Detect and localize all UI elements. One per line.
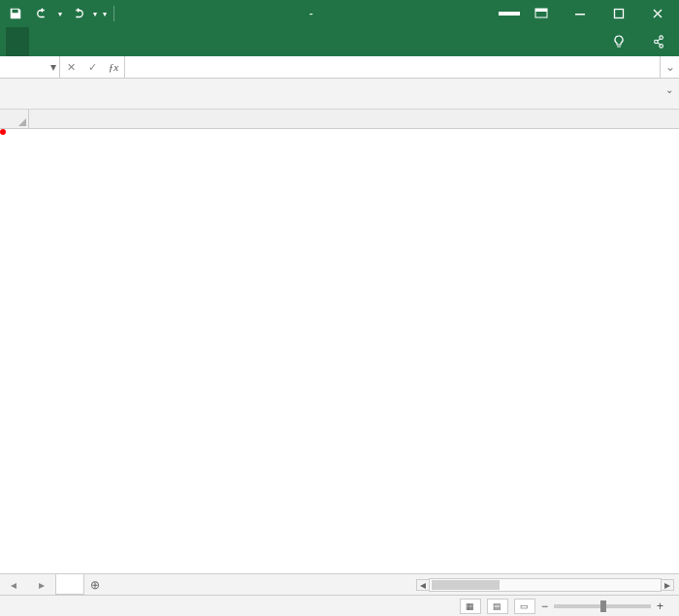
- quick-access-toolbar: ▾ ▾ ▾: [4, 3, 117, 24]
- zoom-in-icon[interactable]: +: [657, 600, 663, 613]
- save-icon[interactable]: [4, 3, 27, 24]
- close-icon[interactable]: [640, 3, 675, 24]
- tab-help[interactable]: [196, 27, 219, 56]
- redo-dropdown-icon[interactable]: ▾: [93, 10, 97, 18]
- cancel-formula-icon[interactable]: ✕: [60, 61, 81, 74]
- tab-formulas[interactable]: [103, 27, 126, 56]
- scroll-right-icon[interactable]: ▸: [661, 579, 674, 591]
- sheet-tab-active[interactable]: [55, 574, 84, 595]
- zoom-slider[interactable]: [554, 604, 651, 608]
- svg-rect-1: [535, 9, 547, 12]
- tab-home[interactable]: [33, 27, 56, 56]
- lightbulb-icon: [611, 34, 627, 49]
- ribbon-body-collapsed: ⌄: [0, 79, 679, 110]
- highlight-annotation: [0, 129, 6, 135]
- sheet-nav[interactable]: ◂ ▸: [0, 574, 56, 595]
- scroll-left-icon[interactable]: ◂: [416, 579, 430, 591]
- select-all-button[interactable]: [0, 110, 29, 128]
- maximize-icon[interactable]: [601, 3, 636, 24]
- minimize-icon[interactable]: [563, 3, 598, 24]
- status-bar: ▦ ▤ ▭ − +: [0, 595, 679, 616]
- scroll-thumb[interactable]: [432, 580, 500, 590]
- tab-insert[interactable]: [56, 27, 80, 56]
- page-layout-view-icon[interactable]: ▤: [487, 599, 508, 614]
- spreadsheet-grid[interactable]: [0, 110, 679, 573]
- horizontal-scrollbar[interactable]: ◂ ▸: [429, 578, 662, 592]
- sheet-next-icon[interactable]: ▸: [39, 578, 45, 592]
- tab-page-layout[interactable]: [80, 27, 103, 56]
- sheet-tab-bar: ◂ ▸ ⊕ ◂ ▸: [0, 573, 679, 595]
- name-box-dropdown-icon[interactable]: ▾: [47, 60, 59, 74]
- undo-dropdown-icon[interactable]: ▾: [58, 10, 62, 18]
- ribbon-display-options-icon[interactable]: [524, 3, 559, 24]
- enter-formula-icon[interactable]: ✓: [81, 61, 103, 74]
- name-box[interactable]: [0, 61, 47, 73]
- ribbon-tabs: [0, 27, 679, 56]
- window-title: -: [117, 7, 499, 20]
- tell-me-search[interactable]: [611, 34, 632, 49]
- sign-in-button[interactable]: [499, 12, 520, 16]
- zoom-out-icon[interactable]: −: [541, 600, 548, 613]
- normal-view-icon[interactable]: ▦: [460, 599, 481, 614]
- formula-bar: ▾ ✕ ✓ ƒx ⌄: [0, 56, 679, 79]
- collapse-ribbon-icon[interactable]: ⌄: [665, 84, 673, 95]
- svg-rect-2: [575, 14, 585, 16]
- formula-input[interactable]: [125, 56, 660, 78]
- share-icon: [652, 35, 665, 49]
- tab-data[interactable]: [126, 27, 149, 56]
- expand-formula-bar-icon[interactable]: ⌄: [660, 56, 679, 78]
- new-sheet-icon[interactable]: ⊕: [84, 574, 106, 595]
- page-break-view-icon[interactable]: ▭: [514, 599, 535, 614]
- undo-icon[interactable]: [31, 3, 54, 24]
- insert-function-icon[interactable]: ƒx: [103, 61, 124, 73]
- sheet-prev-icon[interactable]: ◂: [11, 578, 16, 592]
- tab-view[interactable]: [173, 27, 196, 56]
- title-bar: ▾ ▾ ▾ -: [0, 0, 679, 27]
- tab-review[interactable]: [149, 27, 173, 56]
- column-headers: [0, 110, 679, 129]
- qat-customize-icon[interactable]: ▾: [103, 10, 107, 18]
- svg-rect-3: [615, 10, 624, 18]
- share-button[interactable]: [652, 35, 669, 49]
- tab-file[interactable]: [6, 27, 29, 56]
- redo-icon[interactable]: [66, 3, 89, 24]
